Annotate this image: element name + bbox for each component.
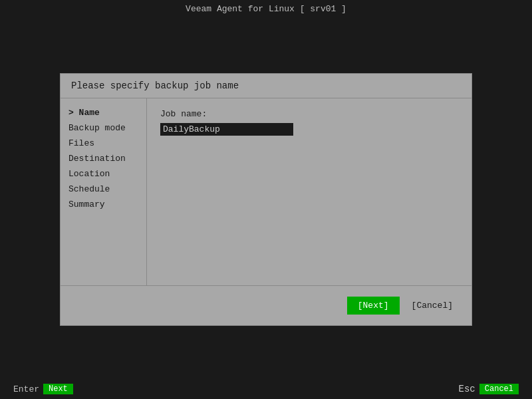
nav-panel: Name Backup mode Files Destination Locat… — [61, 98, 147, 290]
dialog-body: Name Backup mode Files Destination Locat… — [61, 98, 471, 290]
nav-item-summary[interactable]: Summary — [66, 198, 141, 211]
enter-label: Enter — [13, 384, 39, 394]
nav-item-destination[interactable]: Destination — [66, 152, 141, 165]
bottom-bar: Enter Next Esc Cancel — [0, 379, 532, 399]
dialog-title: Please specify backup job name — [71, 80, 239, 91]
title-text: Veeam Agent for Linux [ srv01 ] — [186, 4, 346, 14]
esc-hint: Esc Cancel — [459, 384, 519, 394]
nav-item-name[interactable]: Name — [66, 106, 141, 119]
cancel-button[interactable]: [Cancel] — [406, 297, 458, 315]
title-bar: Veeam Agent for Linux [ srv01 ] — [0, 0, 532, 18]
job-name-input[interactable] — [160, 123, 293, 136]
nav-item-files[interactable]: Files — [66, 137, 141, 150]
dialog: Please specify backup job name Name Back… — [60, 73, 472, 326]
nav-item-schedule[interactable]: Schedule — [66, 183, 141, 196]
esc-label: Esc — [459, 384, 475, 394]
nav-item-location[interactable]: Location — [66, 168, 141, 180]
dialog-header: Please specify backup job name — [61, 74, 471, 98]
cancel-hint-key[interactable]: Cancel — [479, 384, 519, 394]
next-hint-key[interactable]: Next — [43, 384, 73, 394]
nav-item-backup-mode[interactable]: Backup mode — [66, 122, 141, 134]
next-button[interactable]: [Next] — [347, 297, 400, 315]
enter-hint: Enter Next — [13, 384, 73, 394]
dialog-footer: [Next] [Cancel] — [61, 285, 471, 325]
job-name-label: Job name: — [160, 109, 458, 119]
content-panel: Job name: — [147, 98, 471, 290]
